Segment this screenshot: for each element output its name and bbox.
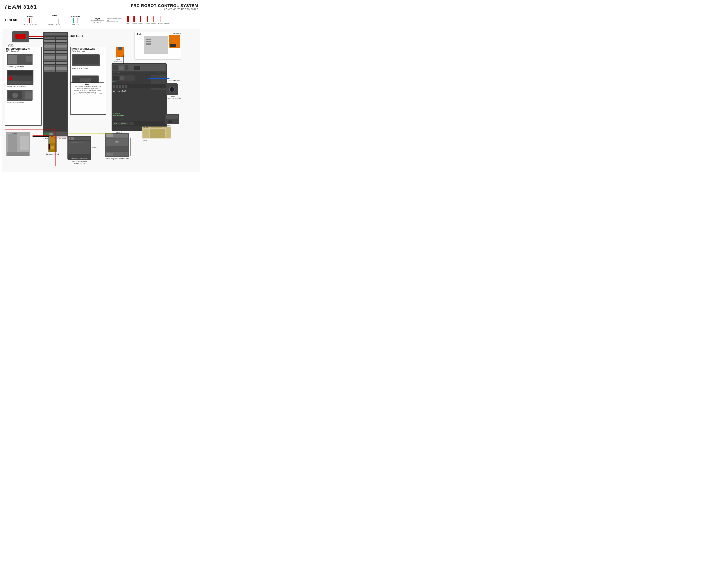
victor-spx-label: Victor SPX (CAN/PWM): [7, 102, 24, 103]
gauge-28awg: 28 AWG: [164, 16, 170, 24]
legend-label: LEGEND: [5, 19, 17, 22]
awg-rsl-26: 26 AWG: [119, 55, 123, 57]
breaker-button: [15, 34, 26, 39]
roborio-body: CAN INPUT SPI RS-232: [112, 63, 167, 131]
roborio-pins: [112, 84, 166, 88]
awg-18: 18 AWG: [55, 135, 60, 136]
solenoid-main-label: Solenoids: [152, 123, 162, 126]
gauge-6awg: 6 AWG: [126, 16, 130, 24]
wire-compressor-power: [33, 135, 49, 136]
rsl-label: Robot Signal Light (RSL): [114, 57, 122, 62]
team-name: TEAM 3161: [4, 3, 37, 10]
wire-solenoid-red: [91, 136, 143, 136]
roborio-top-ports: [112, 64, 166, 71]
can-label: CAN: [112, 72, 115, 74]
pdp: [43, 32, 68, 137]
servos-body: [165, 114, 179, 124]
legend-canbus: CAN Bus HIGH LOW: [71, 15, 80, 25]
motor-ctrl-pwm-title: MOTOR CONTROLLERS: [71, 48, 95, 50]
header: TEAM 3161 FRC ROBOT CONTROL SYSTEM COMPO…: [2, 2, 200, 11]
poe-injector: [169, 35, 180, 48]
roborio-middle-ports: [112, 75, 135, 81]
main-title: FRC ROBOT CONTROL SYSTEM: [131, 3, 198, 8]
single-solenoid: [142, 128, 166, 139]
spi-label: SPI: [158, 72, 159, 74]
pdp-fuse-area: [44, 36, 67, 131]
solenoid-single-label: Single: [143, 139, 147, 141]
note-box: Note: Only essential components are show…: [71, 83, 104, 96]
wire-compressor-power-black: [33, 136, 49, 137]
poe-label: POE Injector: [173, 33, 181, 34]
camera-lens: [169, 87, 175, 92]
wire-main-red-horiz: [53, 138, 68, 138]
legend-power: Power LIVE(+) NEUTRAL(-): [23, 15, 38, 25]
spark-max-led: [9, 76, 12, 80]
servos-label: Servos: [166, 125, 171, 127]
diagram: TO THE BATTERY 6 AWG 120A Breaker: [2, 29, 200, 172]
pdp-fuses: [44, 36, 67, 73]
pcm-main: [68, 141, 90, 154]
compressor-cylinder: [8, 134, 17, 154]
gauge-24awg: 24 AWG: [151, 16, 157, 24]
talon-srx-body: [7, 54, 33, 65]
subtitle: COMPONENTS NOT TO SCALE: [131, 8, 198, 10]
talon-srx-label: Talon SRX (CAN/PWM): [7, 66, 24, 68]
radio-device: [144, 36, 168, 54]
motor-ctrl-can-sub: (CAN Controlled): [6, 50, 19, 52]
wire-can-green: [68, 133, 112, 133]
gauge-12awg: 12 AWG: [131, 16, 137, 24]
pressure-switch-label: Pressure Switch: [43, 153, 63, 155]
legend-wire-black: [31, 18, 31, 23]
pwm-signal-wire: [58, 19, 59, 24]
rsl-body: [116, 47, 124, 57]
legend-wire-red: [29, 18, 30, 23]
legend-gauges: Gauges Shown in American Wire Gauge(AWG): [90, 17, 104, 23]
victor-spx-body: [7, 90, 33, 101]
note-text: Only essential components are shown, but…: [72, 85, 103, 95]
gauge-22awg: 22 AWG: [144, 16, 150, 24]
ni-logo: NATIONALINSTRUMENTS: [113, 113, 124, 117]
awg-22: 22 AWG: [55, 132, 60, 134]
breaker-label: 120A Breaker: [8, 43, 14, 47]
vrm-regulator: voltageregulator: [106, 139, 128, 146]
compressor-area: Compressor: [6, 132, 16, 134]
spark-max-body: STATUS: [7, 70, 33, 85]
wire-main-black-horiz: [53, 139, 68, 139]
wire-vrm-roborio-red: [129, 138, 129, 156]
camera-body: [166, 83, 178, 95]
compressor-motor: [20, 136, 29, 151]
legend-divider3: [85, 16, 85, 25]
spark-max-label: SPARK MAX (CAN/PWM): [7, 86, 26, 87]
wire-ps-red-v: [48, 144, 49, 150]
motor-ctrl-pwm: MOTOR CONTROLLERS (PWM Controlled) Victo…: [70, 47, 106, 115]
pcm-body: Pneumatics Control Module: [67, 136, 91, 160]
wire-pdp-pcm-red1: [51, 136, 53, 137]
pcm-label-inside: Pneumatics Control Module: [68, 158, 90, 159]
radio-section: Radio POE Injector: [135, 32, 181, 60]
wire-vrm-roborio-black: [130, 138, 130, 156]
victor-sp-body: [72, 54, 100, 66]
ethernet-label: Ethernet Cable: [169, 80, 180, 82]
ps-body: [49, 143, 56, 152]
awg-28: 28 AWG: [49, 129, 53, 131]
gauge-18awg: 18 AWG: [138, 16, 144, 24]
solenoid-double-label: Double: [143, 127, 148, 129]
vrm-label: Voltage Regulator Module (VRM): [102, 158, 132, 160]
motor-ctrl-can: MOTOR CONTROLLERS (CAN Controlled) Talon…: [5, 47, 42, 126]
radio-label: Radio: [137, 33, 142, 35]
can-low-wire: [77, 18, 78, 23]
breaker-body: [12, 31, 29, 42]
compressor-base: [7, 152, 29, 156]
can-high-wire: [73, 18, 74, 23]
pcm-label: Pneumatics Control Module (PCM): [65, 161, 94, 164]
input-label: INPUT: [117, 72, 120, 74]
title-block: FRC ROBOT CONTROL SYSTEM COMPONENTS NOT …: [131, 3, 198, 10]
wire-rsl-black-v: [123, 55, 124, 64]
roborio-title: NI roboRIO: [112, 90, 126, 93]
note-title: Note:: [72, 83, 103, 85]
legend-bar: LEGEND Power LIVE(+) NEUTRAL(-) PWM +5V …: [2, 13, 200, 27]
victor-sp-label: Victor SP (PWM Only): [72, 67, 88, 69]
motor-ctrl-pwm-sub: (PWM Controlled): [71, 50, 85, 52]
solenoids-area: Double Solenoids Single: [142, 127, 147, 128]
gauge-wires: 6 AWG 12 AWG 18 AWG 22 AWG 24 AWG 26 AWG: [126, 16, 169, 24]
